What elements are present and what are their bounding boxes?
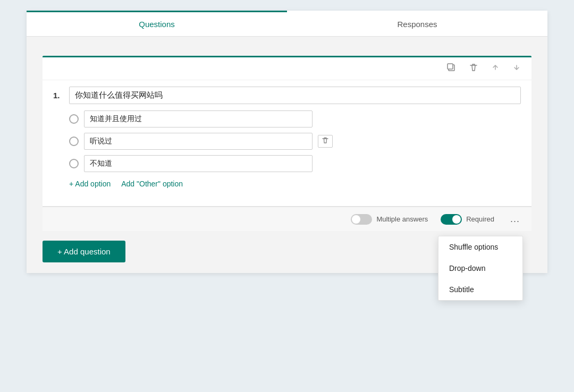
shuffle-options-item[interactable]: Shuffle options (438, 236, 522, 258)
question-row: 1. (53, 87, 521, 104)
question-card: 1. (43, 56, 531, 231)
add-options-row: + Add option Add "Other" option (69, 177, 521, 190)
option-1-input[interactable] (84, 110, 313, 127)
subtitle-item[interactable]: Subtitle (438, 279, 522, 300)
question-text-input[interactable] (69, 87, 521, 104)
required-group: Required (441, 214, 494, 225)
question-toolbar (43, 57, 531, 80)
dropdown-menu: Shuffle options Drop-down Subtitle (438, 236, 523, 301)
option-row (69, 110, 521, 127)
radio-1 (69, 114, 79, 124)
option-row (69, 133, 521, 150)
add-question-button[interactable]: + Add question (43, 241, 125, 262)
copy-icon[interactable] (444, 62, 458, 75)
multiple-answers-group: Multiple answers (351, 214, 428, 225)
dropdown-item[interactable]: Drop-down (438, 258, 522, 279)
option-2-input[interactable] (84, 133, 313, 150)
question-footer: Multiple answers Required ... Shuffle op… (43, 207, 531, 231)
delete-icon[interactable] (467, 62, 480, 75)
more-options-button[interactable]: ... (507, 212, 523, 226)
option-3-input[interactable] (84, 155, 313, 172)
required-label: Required (466, 215, 494, 223)
footer-right: ... Shuffle options Drop-down Subtitle (507, 212, 523, 226)
tabs-bar: Questions Responses (27, 11, 547, 37)
main-card: Questions Responses (27, 11, 547, 273)
radio-2 (69, 137, 79, 146)
move-up-icon[interactable] (489, 62, 502, 75)
tab-responses[interactable]: Responses (287, 11, 547, 36)
content-area: 1. (27, 37, 547, 273)
add-other-option-button[interactable]: Add "Other" option (121, 177, 183, 190)
option-2-delete[interactable] (318, 135, 333, 148)
tab-questions[interactable]: Questions (27, 11, 287, 36)
options-list (69, 110, 521, 172)
option-row (69, 155, 521, 172)
add-option-button[interactable]: + Add option (69, 177, 111, 190)
required-toggle[interactable] (441, 214, 462, 225)
move-down-icon[interactable] (510, 62, 523, 75)
multiple-answers-label: Multiple answers (376, 215, 428, 223)
question-body: 1. (43, 80, 531, 206)
radio-3 (69, 159, 79, 168)
svg-rect-1 (448, 64, 453, 69)
multiple-answers-toggle[interactable] (351, 214, 372, 225)
question-number: 1. (53, 91, 64, 100)
